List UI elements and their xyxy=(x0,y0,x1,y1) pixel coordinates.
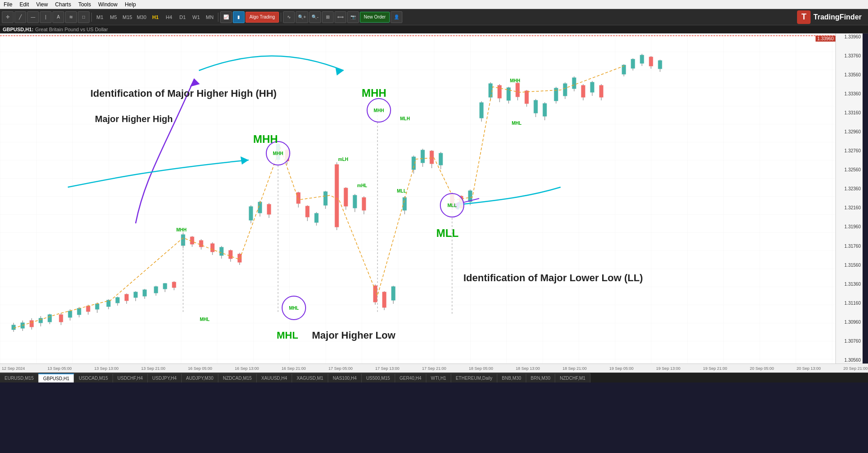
algo-trading-btn[interactable]: Algo Trading xyxy=(245,12,279,23)
svg-rect-5 xyxy=(21,323,24,328)
menu-window[interactable]: Window xyxy=(94,1,121,8)
svg-rect-41 xyxy=(190,237,194,244)
svg-point-161 xyxy=(282,296,306,320)
tab-brn-m30[interactable]: BRN,M30 xyxy=(526,373,555,382)
tf-w1[interactable]: W1 xyxy=(190,12,203,22)
svg-rect-119 xyxy=(563,84,567,96)
svg-rect-91 xyxy=(430,151,434,164)
tf-m30[interactable]: M30 xyxy=(135,12,148,22)
svg-text:mLH: mLH xyxy=(338,157,348,162)
svg-rect-103 xyxy=(489,84,492,97)
tab-wti-h1[interactable]: WTI,H1 xyxy=(426,373,451,382)
svg-rect-123 xyxy=(581,85,585,97)
tab-nas100-h4[interactable]: NAS100,H4 xyxy=(328,373,362,382)
tab-ger40-h4[interactable]: GER40,H4 xyxy=(395,373,426,382)
time-label-14: 19 Sep 13:00 xyxy=(656,366,680,371)
zoom-in-btn[interactable]: 🔍+ xyxy=(296,11,308,23)
menu-tools[interactable]: Tools xyxy=(75,1,94,8)
tab-audjpy-m30[interactable]: AUDJPY,M30 xyxy=(182,373,218,382)
tab-nzdcad-m15[interactable]: NZDCAD,M15 xyxy=(218,373,257,382)
tab-xagusd-m1[interactable]: XAGUSD,M1 xyxy=(292,373,328,382)
tf-mn[interactable]: MN xyxy=(203,12,216,22)
candle-chart-btn[interactable]: ▮ xyxy=(233,11,245,23)
hline-tool[interactable]: — xyxy=(27,11,39,23)
svg-rect-115 xyxy=(543,104,547,116)
tf-h4[interactable]: H4 xyxy=(163,12,175,22)
tf-d1[interactable]: D1 xyxy=(176,12,189,22)
svg-rect-25 xyxy=(116,297,119,303)
indicators-btn[interactable]: ∿ xyxy=(283,11,295,23)
menu-edit[interactable]: Edit xyxy=(16,1,33,8)
menu-help[interactable]: Help xyxy=(121,1,140,8)
tab-usdchf-h4[interactable]: USDCHF,H4 xyxy=(113,373,148,382)
rect-tool[interactable]: □ xyxy=(78,11,90,23)
tab-us500-m15[interactable]: US500,M15 xyxy=(362,373,395,382)
line-chart-btn[interactable]: 📈 xyxy=(220,11,232,23)
tab-nzdchf-m1[interactable]: NZDCHF,M1 xyxy=(555,373,590,382)
time-label-3: 13 Sep 21:00 xyxy=(141,366,165,371)
price-tick-10: 1.31960 xyxy=(838,224,861,229)
svg-rect-51 xyxy=(238,254,241,262)
profile-btn[interactable]: 👤 xyxy=(391,11,402,23)
svg-rect-105 xyxy=(498,85,501,98)
tab-ethereum-daily[interactable]: ETHEREUM,Daily xyxy=(451,373,497,382)
svg-rect-81 xyxy=(382,292,386,307)
tab-usdjpy-h4[interactable]: USDJPY,H4 xyxy=(148,373,182,382)
svg-rect-29 xyxy=(134,292,137,297)
menu-file[interactable]: File xyxy=(0,1,16,8)
svg-rect-75 xyxy=(353,195,357,208)
svg-rect-37 xyxy=(172,282,176,288)
chart-header: GBPUSD,H1: Great Britain Pound vs US Dol… xyxy=(0,25,868,33)
time-label-2: 13 Sep 13:00 xyxy=(94,366,119,371)
svg-rect-113 xyxy=(534,100,538,113)
tab-bnb-m30[interactable]: BNB,M30 xyxy=(497,373,526,382)
tf-m1[interactable]: M1 xyxy=(94,12,106,22)
autoscale-btn[interactable]: ⟺ xyxy=(335,11,346,23)
tab-xauusd-h4[interactable]: XAUUSD,H4 xyxy=(257,373,292,382)
price-axis: 1.33960 1.33760 1.33560 1.33360 1.33160 … xyxy=(835,33,863,363)
vline-tool[interactable]: | xyxy=(40,11,52,23)
svg-rect-43 xyxy=(199,241,203,247)
chart-area[interactable]: MHH MHL mLH mHL MLL MLH MHH MHL MHH MHH … xyxy=(0,33,863,363)
price-tick-11: 1.31760 xyxy=(838,244,861,249)
tab-eurusd-m15[interactable]: EURUSD,M15 xyxy=(0,373,38,382)
tab-gbpusd-h1[interactable]: GBPUSD,H1 xyxy=(38,373,74,382)
price-tick-16: 1.30760 xyxy=(838,339,861,344)
fib-tool[interactable]: ≋ xyxy=(65,11,77,23)
svg-text:MHH: MHH xyxy=(273,151,283,156)
svg-rect-23 xyxy=(107,300,110,307)
time-label-18: 20 Sep 21:00 xyxy=(844,366,868,371)
svg-text:MLH: MLH xyxy=(400,116,410,121)
svg-rect-133 xyxy=(640,55,644,63)
price-tick-7: 1.32560 xyxy=(838,167,861,172)
price-tick-13: 1.31360 xyxy=(838,282,861,287)
tab-usdcad-m15[interactable]: USDCAD,M15 xyxy=(74,373,113,382)
grid-btn[interactable]: ⊞ xyxy=(322,11,334,23)
menu-charts[interactable]: Charts xyxy=(52,1,75,8)
tf-m5[interactable]: M5 xyxy=(107,12,120,22)
svg-rect-1 xyxy=(0,33,835,363)
svg-rect-27 xyxy=(125,294,128,301)
screenshot-btn[interactable]: 📷 xyxy=(347,11,359,23)
menu-view[interactable]: View xyxy=(33,1,52,8)
annotation-major-higher-low: Major Higher Low xyxy=(312,330,396,341)
new-order-btn[interactable]: New Order xyxy=(360,12,390,23)
price-tick-14: 1.31160 xyxy=(838,301,861,306)
svg-rect-129 xyxy=(622,65,626,74)
svg-marker-138 xyxy=(190,79,200,87)
svg-rect-17 xyxy=(77,308,81,315)
svg-rect-69 xyxy=(324,192,327,205)
crosshair-tool[interactable]: ✛ xyxy=(2,11,14,23)
tf-h1[interactable]: H1 xyxy=(149,12,162,22)
svg-line-142 xyxy=(452,198,479,205)
line-tool[interactable]: ╱ xyxy=(14,11,26,23)
annotation-mhh-large2: MHH xyxy=(362,87,387,99)
svg-rect-83 xyxy=(392,287,395,300)
tf-m15[interactable]: M15 xyxy=(121,12,134,22)
zoom-out-btn[interactable]: 🔍- xyxy=(309,11,321,23)
svg-rect-31 xyxy=(143,290,146,296)
price-tick-9: 1.32160 xyxy=(838,205,861,210)
svg-rect-79 xyxy=(373,286,377,302)
text-tool[interactable]: A xyxy=(52,11,64,23)
svg-text:MHL: MHL xyxy=(200,317,210,322)
